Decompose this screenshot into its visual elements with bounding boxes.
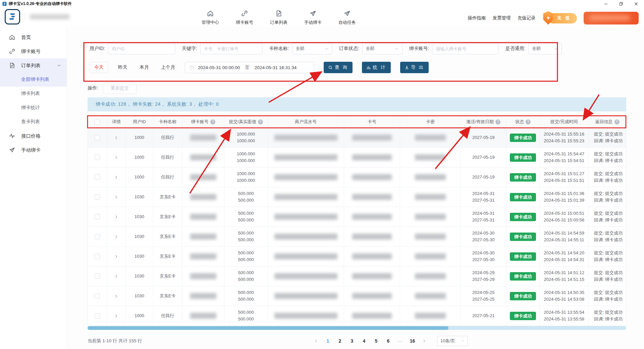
query-button[interactable]: 查 询 [324, 62, 353, 73]
select-all-checkbox[interactable] [95, 119, 100, 124]
resubmit-button[interactable]: 重新提交 [103, 83, 137, 94]
page-1[interactable]: 1 [323, 336, 332, 346]
sidebar-bind-list[interactable]: 绑卡列表 [0, 87, 67, 101]
page-4[interactable]: 4 [360, 336, 369, 346]
chevron-right-icon[interactable] [114, 234, 119, 239]
cell-user-id: 1030 [126, 207, 153, 227]
nav-auto-task[interactable]: 自动任务 [337, 10, 357, 26]
page-3[interactable]: 3 [347, 336, 357, 346]
minimize-button[interactable] [603, 1, 608, 6]
status-badge[interactable]: 绑卡成功 [510, 213, 536, 221]
chevron-right-icon[interactable] [114, 135, 119, 140]
status-badge[interactable]: 绑卡成功 [510, 272, 536, 281]
status-badge[interactable]: 绑卡成功 [510, 134, 536, 142]
link-operation-guide[interactable]: 操作指南 [468, 15, 486, 21]
table-row: 1030京东E卡500.000500.0002024-05-312027-05-… [88, 207, 626, 227]
chevron-right-icon[interactable] [114, 155, 119, 160]
status-badge[interactable]: 绑卡成功 [510, 233, 536, 241]
recharge-button[interactable]: 充 值 [548, 13, 577, 23]
row-checkbox[interactable] [95, 214, 100, 219]
chevron-right-icon[interactable] [114, 175, 119, 180]
page-size-select[interactable]: 10条/页 [437, 336, 468, 346]
nav-order-list[interactable]: 订单列表 [269, 10, 288, 26]
sidebar-api-price[interactable]: 接口价格 [0, 129, 67, 143]
chevron-right-icon[interactable] [114, 195, 119, 200]
close-button[interactable] [634, 1, 639, 6]
card-type-select[interactable]: 全部 [292, 43, 332, 54]
row-checkbox[interactable] [95, 254, 100, 259]
help-icon[interactable]: ? [495, 119, 500, 124]
status-badge[interactable]: 绑卡成功 [510, 252, 536, 261]
quick-yesterday[interactable]: 昨天 [116, 64, 130, 70]
page-16[interactable]: 16 [408, 336, 417, 346]
cell-card-type: 京东E卡 [153, 187, 182, 207]
row-checkbox[interactable] [95, 155, 100, 160]
stats-button[interactable]: 统 计 [362, 62, 391, 73]
dates-line: 2027-05-19 [472, 134, 495, 141]
row-checkbox[interactable] [95, 234, 100, 239]
cell-dates: 2024-05-312027-05-31 [461, 207, 506, 227]
scrollbar-thumb[interactable] [88, 326, 448, 330]
row-checkbox[interactable] [95, 313, 100, 318]
more-pages[interactable]: ··· [396, 336, 405, 346]
row-checkbox[interactable] [95, 273, 100, 279]
card-type-value: 任我行 [161, 312, 174, 319]
horizontal-scrollbar[interactable] [88, 326, 626, 330]
nav-manual-bind[interactable]: 手动绑卡 [303, 10, 323, 26]
chevron-right-icon[interactable] [114, 313, 119, 318]
user-id-input[interactable] [108, 43, 175, 54]
chevron-right-icon[interactable] [114, 214, 119, 219]
page-6[interactable]: 6 [384, 336, 393, 346]
order-status-select[interactable]: 全部 [362, 43, 402, 54]
restore-button[interactable] [619, 1, 624, 6]
keyword-input[interactable] [200, 43, 262, 54]
cell-status: 绑卡成功 [506, 247, 540, 266]
nav-admin-center[interactable]: 管理中心 [201, 10, 220, 26]
next-page-button[interactable] [420, 336, 429, 346]
user-id-value: 1000 [135, 134, 144, 141]
row-checkbox[interactable] [95, 174, 100, 180]
nav-bind-account[interactable]: 绑卡账号 [235, 10, 254, 26]
chevron-right-icon[interactable] [114, 254, 119, 259]
status-badge[interactable]: 绑卡成功 [510, 193, 536, 201]
help-icon[interactable]: ? [258, 119, 263, 124]
link-recharge-history[interactable]: 充值记录 [517, 15, 535, 21]
bind-account-input[interactable] [432, 43, 498, 54]
prev-page-button[interactable] [312, 336, 320, 346]
link-invoice-management[interactable]: 发票管理 [492, 15, 511, 21]
account-banner-redacted[interactable] [584, 12, 639, 24]
cell-face-value: 1000.0001000.000 [224, 148, 268, 167]
status-badge[interactable]: 绑卡成功 [510, 173, 536, 182]
sidebar-home[interactable]: 首页 [0, 30, 67, 44]
face-value-line: 500.000 [238, 269, 254, 276]
sidebar-manual-bind[interactable]: 手动绑卡 [0, 143, 67, 157]
sidebar-order-list[interactable]: 订单列表 [0, 58, 67, 72]
quick-today[interactable]: 今天 [90, 62, 108, 73]
quick-this-month[interactable]: 本月 [137, 64, 151, 70]
row-checkbox[interactable] [95, 194, 100, 200]
row-checkbox[interactable] [95, 293, 100, 299]
chevron-right-icon[interactable] [114, 294, 119, 299]
status-badge[interactable]: 绑卡成功 [510, 312, 536, 320]
sidebar-card-query-list[interactable]: 查卡列表 [0, 115, 67, 129]
status-badge[interactable]: 绑卡成功 [510, 292, 536, 300]
help-icon[interactable]: ? [614, 119, 620, 124]
quick-last-month[interactable]: 上个月 [159, 64, 177, 70]
col-bind-account: 绑卡账号? [182, 116, 224, 128]
page-5[interactable]: 5 [372, 336, 381, 346]
pagination: 当前第 1-10 行 共计 155 行 123456···16 10条/页 [88, 334, 626, 348]
sidebar-all-bind-list[interactable]: 全部绑卡列表 [0, 72, 67, 87]
date-range-picker[interactable]: 2024-05-31 00:00:00 至 2024-05-31 16:31:3… [185, 62, 314, 73]
export-button[interactable]: 导 出 [400, 62, 429, 73]
cell-select [88, 306, 107, 326]
sidebar-bind-account[interactable]: 绑卡账号 [0, 44, 67, 58]
row-checkbox[interactable] [95, 135, 100, 140]
status-badge[interactable]: 绑卡成功 [510, 153, 536, 162]
help-icon[interactable]: ? [526, 119, 531, 124]
help-icon[interactable]: ? [210, 119, 215, 124]
cell-card-secret [400, 148, 461, 167]
universal-select[interactable]: 全部 [528, 43, 562, 54]
chevron-right-icon[interactable] [114, 274, 119, 279]
page-2[interactable]: 2 [335, 336, 344, 346]
sidebar-bind-stats[interactable]: 绑卡统计 [0, 101, 67, 115]
